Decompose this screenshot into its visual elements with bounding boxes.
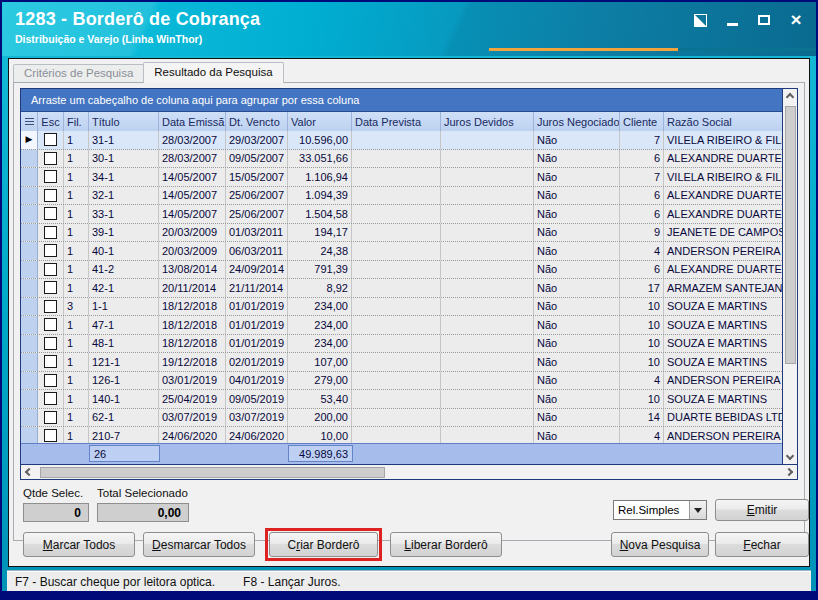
column-header-devidos[interactable]: Juros Devidos bbox=[441, 112, 534, 131]
column-header-esc[interactable]: Esc bbox=[38, 112, 64, 131]
criar-bordero-button[interactable]: Criar Borderô bbox=[269, 532, 378, 557]
scroll-left-icon[interactable] bbox=[25, 468, 33, 476]
cell-razao: SOUZA E MARTINS bbox=[664, 316, 782, 334]
cell-prevista bbox=[352, 224, 441, 242]
table-row[interactable]: 1126-103/01/201904/01/2019279,00Não4ANDE… bbox=[21, 372, 782, 391]
table-row[interactable]: 1121-119/12/201802/01/2019107,00Não10SOU… bbox=[21, 353, 782, 372]
maximize-icon[interactable] bbox=[756, 12, 772, 28]
horizontal-scroll-thumb[interactable] bbox=[40, 467, 385, 478]
cell-fil: 1 bbox=[64, 316, 89, 334]
table-row[interactable]: 148-118/12/201801/01/2019234,00Não10SOUZ… bbox=[21, 335, 782, 354]
cell-devidos bbox=[441, 427, 534, 443]
row-checkbox[interactable] bbox=[44, 392, 57, 405]
vertical-scroll-thumb[interactable] bbox=[785, 106, 796, 364]
column-header-valor[interactable]: Valor bbox=[288, 112, 352, 131]
app-window: 1283 - Borderô de Cobrança Distribuição … bbox=[0, 0, 818, 600]
table-row[interactable]: 134-114/05/200715/05/20071.106,94Não7VIL… bbox=[21, 168, 782, 187]
client-area: Critérios de Pesquisa Resultado da Pesqu… bbox=[8, 58, 810, 567]
nova-pesquisa-button[interactable]: Nova Pesquisa bbox=[611, 532, 709, 557]
table-row[interactable]: 130-128/03/200709/05/200733.051,66Não6AL… bbox=[21, 150, 782, 169]
report-type-combo[interactable]: Rel.Simples bbox=[613, 500, 707, 520]
combo-dropdown-button[interactable] bbox=[689, 501, 706, 519]
scroll-right-icon[interactable] bbox=[785, 468, 793, 476]
cell-valor: 279,00 bbox=[288, 372, 352, 390]
row-checkbox[interactable] bbox=[44, 281, 57, 294]
row-checkbox[interactable] bbox=[44, 411, 57, 424]
row-checkbox[interactable] bbox=[44, 133, 57, 146]
column-header-vencto[interactable]: Dt. Vencto bbox=[226, 112, 288, 131]
tab-criterios-pesquisa[interactable]: Critérios de Pesquisa bbox=[13, 64, 144, 83]
table-row[interactable]: 140-120/03/200906/03/201124,38Não4ANDERS… bbox=[21, 242, 782, 261]
column-header-negociado[interactable]: Juros Negociado bbox=[534, 112, 620, 131]
cell-razao: ALEXANDRE DUARTE bbox=[664, 261, 782, 279]
table-row[interactable]: 31-118/12/201801/01/2019234,00Não10SOUZA… bbox=[21, 298, 782, 317]
row-indicator bbox=[21, 242, 38, 260]
column-header-prevista[interactable]: Data Prevista bbox=[352, 112, 441, 131]
tab-strip: Critérios de Pesquisa Resultado da Pesqu… bbox=[13, 62, 283, 83]
cell-emissao: 25/04/2019 bbox=[159, 390, 226, 408]
column-header-fil[interactable]: Fil. bbox=[64, 112, 89, 131]
table-row[interactable]: 133-114/05/200725/06/20071.504,58Não6ALE… bbox=[21, 205, 782, 224]
column-header-cliente[interactable]: Cliente bbox=[620, 112, 664, 131]
cell-vencto: 01/01/2019 bbox=[226, 298, 288, 316]
row-checkbox[interactable] bbox=[44, 226, 57, 239]
cell-prevista bbox=[352, 335, 441, 353]
scroll-up-icon[interactable] bbox=[786, 93, 794, 101]
close-icon[interactable]: × bbox=[788, 12, 804, 28]
row-checkbox[interactable] bbox=[44, 300, 57, 313]
row-checkbox[interactable] bbox=[44, 355, 57, 368]
grid-corner-cell[interactable] bbox=[21, 112, 38, 131]
table-row[interactable]: 139-120/03/200901/03/2011194,17Não9JEANE… bbox=[21, 224, 782, 243]
cell-devidos bbox=[441, 279, 534, 297]
cell-prevista bbox=[352, 298, 441, 316]
row-checkbox[interactable] bbox=[44, 429, 57, 442]
table-row[interactable]: 132-114/05/200725/06/20071.094,39Não6ALE… bbox=[21, 187, 782, 206]
cell-valor: 234,00 bbox=[288, 335, 352, 353]
table-row[interactable]: 147-118/12/201801/01/2019234,00Não10SOUZ… bbox=[21, 316, 782, 335]
group-by-band[interactable]: Arraste um cabeçalho de coluna aqui para… bbox=[21, 89, 782, 112]
scroll-down-icon[interactable] bbox=[786, 452, 794, 460]
column-header-titulo[interactable]: Título bbox=[89, 112, 159, 131]
table-row[interactable]: 141-213/08/201424/09/2014791,39Não6ALEXA… bbox=[21, 261, 782, 280]
cell-negociado: Não bbox=[534, 372, 620, 390]
fechar-button[interactable]: Fechar bbox=[715, 532, 809, 557]
cell-prevista bbox=[352, 168, 441, 186]
cell-devidos bbox=[441, 242, 534, 260]
desmarcar-todos-button[interactable]: Desmarcar Todos bbox=[143, 532, 255, 557]
table-row[interactable]: 162-103/07/201903/07/2019200,00Não14DUAR… bbox=[21, 409, 782, 428]
marcar-todos-button[interactable]: Marcar Todos bbox=[23, 532, 135, 557]
table-row[interactable]: 142-120/11/201421/11/20148,92Não17ARMAZE… bbox=[21, 279, 782, 298]
row-checkbox[interactable] bbox=[44, 318, 57, 331]
table-row[interactable]: 1210-724/06/202024/06/202010,00Não4ANDER… bbox=[21, 427, 782, 443]
restore-icon[interactable] bbox=[692, 12, 708, 28]
cell-fil: 1 bbox=[64, 390, 89, 408]
cell-esc bbox=[38, 427, 64, 443]
row-checkbox[interactable] bbox=[44, 263, 57, 276]
cell-valor: 1.106,94 bbox=[288, 168, 352, 186]
row-checkbox[interactable] bbox=[44, 189, 57, 202]
row-checkbox[interactable] bbox=[44, 207, 57, 220]
row-checkbox[interactable] bbox=[44, 374, 57, 387]
cell-valor: 234,00 bbox=[288, 316, 352, 334]
liberar-bordero-button[interactable]: Liberar Borderô bbox=[390, 532, 502, 557]
tab-resultado-pesquisa[interactable]: Resultado da Pesquisa bbox=[143, 62, 283, 83]
cell-devidos bbox=[441, 131, 534, 149]
column-header-razao[interactable]: Razão Social bbox=[664, 112, 782, 131]
cell-cliente: 6 bbox=[620, 187, 664, 205]
table-row[interactable]: 1140-125/04/201909/05/201953,40Não10SOUZ… bbox=[21, 390, 782, 409]
row-checkbox[interactable] bbox=[44, 170, 57, 183]
vertical-scrollbar[interactable] bbox=[782, 89, 797, 464]
row-checkbox[interactable] bbox=[44, 152, 57, 165]
cell-emissao: 03/07/2019 bbox=[159, 409, 226, 427]
cell-negociado: Não bbox=[534, 353, 620, 371]
row-checkbox[interactable] bbox=[44, 337, 57, 350]
minimize-icon[interactable] bbox=[724, 12, 740, 28]
cell-esc bbox=[38, 409, 64, 427]
cell-fil: 1 bbox=[64, 261, 89, 279]
cell-titulo: 34-1 bbox=[89, 168, 159, 186]
column-header-emissao[interactable]: Data Emissã bbox=[159, 112, 226, 131]
row-checkbox[interactable] bbox=[44, 244, 57, 257]
horizontal-scrollbar[interactable] bbox=[21, 464, 797, 479]
table-row[interactable]: ▶131-128/03/200729/03/200710.596,00Não7V… bbox=[21, 131, 782, 150]
emitir-button[interactable]: Emitir bbox=[715, 499, 809, 521]
